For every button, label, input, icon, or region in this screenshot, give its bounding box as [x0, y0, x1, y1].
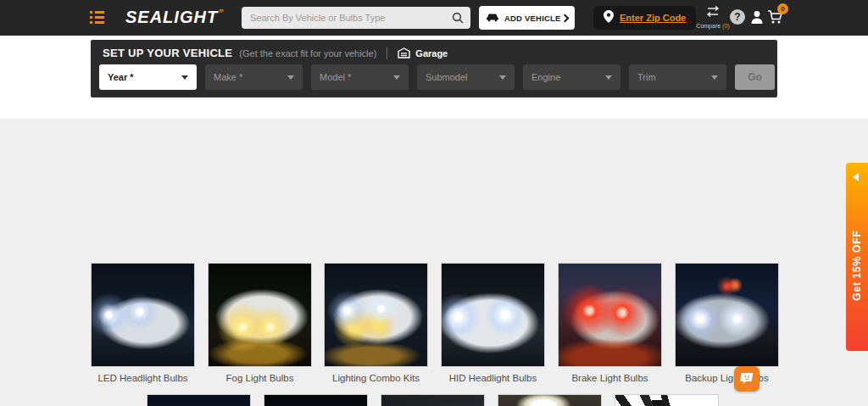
- category-card-backup-light[interactable]: [675, 263, 779, 367]
- compare-button[interactable]: Compare (0): [691, 6, 735, 31]
- category-label[interactable]: Backup Light Bulbs: [670, 372, 784, 385]
- year-select[interactable]: Year *: [99, 64, 197, 90]
- make-select[interactable]: Make *: [205, 64, 303, 90]
- category-label[interactable]: Fog Light Bulbs: [203, 372, 317, 385]
- make-select-label: Make *: [214, 72, 242, 82]
- category-image: [264, 395, 367, 406]
- category-label[interactable]: Lighting Combo Kits: [319, 372, 433, 385]
- vehicle-setup-subtitle: (Get the exact fit for your vehicle): [239, 48, 376, 58]
- enter-zip-label: Enter Zip Code: [620, 13, 686, 23]
- promo-label: Get 15% OFF: [846, 193, 868, 337]
- promo-ribbon[interactable]: Get 15% OFF: [846, 163, 868, 351]
- category-label[interactable]: Brake Light Bulbs: [553, 372, 667, 385]
- garage-icon: [398, 47, 410, 58]
- model-select[interactable]: Model *: [311, 64, 409, 90]
- search-input[interactable]: [242, 13, 445, 23]
- category-card-brake-light[interactable]: [558, 263, 662, 367]
- submodel-select[interactable]: Submodel: [417, 64, 515, 90]
- vehicle-setup-panel: SET UP YOUR VEHICLE (Get the exact fit f…: [91, 40, 777, 97]
- model-select-label: Model *: [320, 72, 351, 82]
- chevron-down-icon: [393, 75, 400, 80]
- category-image: [147, 395, 250, 406]
- chevron-down-icon: [499, 75, 506, 80]
- category-card-combo-kits[interactable]: [324, 263, 428, 367]
- year-select-label: Year *: [108, 72, 134, 82]
- category-image: [381, 395, 484, 406]
- garage-label: Garage: [415, 48, 448, 58]
- account-icon[interactable]: [749, 9, 765, 28]
- menu-bar: [90, 16, 104, 19]
- trim-select[interactable]: Trim: [629, 64, 726, 90]
- menu-bar: [90, 11, 104, 14]
- category-card-bulb-decoders[interactable]: [615, 394, 719, 406]
- chevron-down-icon: [711, 75, 718, 80]
- menu-icon[interactable]: [90, 11, 104, 24]
- arrow-left-icon: [853, 173, 859, 181]
- submodel-select-label: Submodel: [426, 72, 468, 82]
- engine-select-label: Engine: [531, 72, 560, 82]
- enter-zip-button[interactable]: Enter Zip Code: [593, 6, 696, 30]
- help-icon[interactable]: ?: [730, 9, 745, 25]
- trim-select-label: Trim: [637, 72, 656, 82]
- page: SEALIGHT” ADD VEHICLE Enter Zip Code: [0, 0, 868, 406]
- category-image: [442, 264, 544, 366]
- category-image: [498, 395, 601, 406]
- location-pin-icon: [604, 10, 614, 26]
- category-card-turn-signal[interactable]: [147, 394, 251, 406]
- category-card-fog-light[interactable]: [208, 263, 312, 367]
- cart-count-badge: 0: [777, 3, 788, 14]
- main-header: SEALIGHT” ADD VEHICLE Enter Zip Code: [0, 0, 868, 36]
- category-grid: LED Headlight Bulbs Fog Light Bulbs Ligh…: [0, 119, 868, 406]
- brand-logo-mark: ”: [218, 8, 223, 19]
- add-vehicle-label: ADD VEHICLE: [504, 14, 561, 23]
- category-card-license-plate[interactable]: [264, 394, 368, 406]
- category-card-drl[interactable]: [381, 394, 485, 406]
- engine-select[interactable]: Engine: [523, 64, 620, 90]
- category-image: [615, 395, 718, 406]
- category-image: [559, 264, 661, 366]
- category-image: [676, 264, 778, 366]
- category-image: [325, 264, 427, 366]
- category-image: [209, 264, 311, 366]
- category-label[interactable]: HID Headlight Bulbs: [436, 372, 550, 385]
- compare-label: Compare (0): [691, 23, 735, 29]
- search-bar: [242, 7, 470, 29]
- car-icon: [486, 10, 499, 25]
- divider: [387, 47, 387, 59]
- category-card-hid-headlight[interactable]: [441, 263, 545, 367]
- chevron-right-icon: [561, 14, 570, 22]
- chevron-down-icon: [287, 75, 294, 80]
- category-label[interactable]: LED Headlight Bulbs: [86, 372, 200, 385]
- brand-logo[interactable]: SEALIGHT”: [125, 8, 223, 27]
- menu-bar: [90, 21, 104, 24]
- search-icon[interactable]: [445, 7, 470, 29]
- category-card-led-headlight[interactable]: [91, 263, 195, 367]
- go-button[interactable]: Go: [735, 64, 775, 90]
- chevron-down-icon: [181, 75, 188, 80]
- category-card-interior-light[interactable]: [498, 394, 602, 406]
- category-image: [92, 264, 194, 366]
- garage-button[interactable]: Garage: [398, 47, 448, 58]
- chat-bubble-icon: [739, 372, 754, 386]
- chevron-down-icon: [605, 75, 612, 80]
- chat-button[interactable]: [734, 366, 760, 392]
- brand-logo-text: SEALIGHT: [125, 8, 218, 26]
- add-vehicle-button[interactable]: ADD VEHICLE: [479, 6, 575, 30]
- vehicle-setup-title: SET UP YOUR VEHICLE: [103, 47, 232, 59]
- compare-arrows-icon: [704, 6, 721, 18]
- vehicle-setup-header: SET UP YOUR VEHICLE (Get the exact fit f…: [103, 47, 448, 59]
